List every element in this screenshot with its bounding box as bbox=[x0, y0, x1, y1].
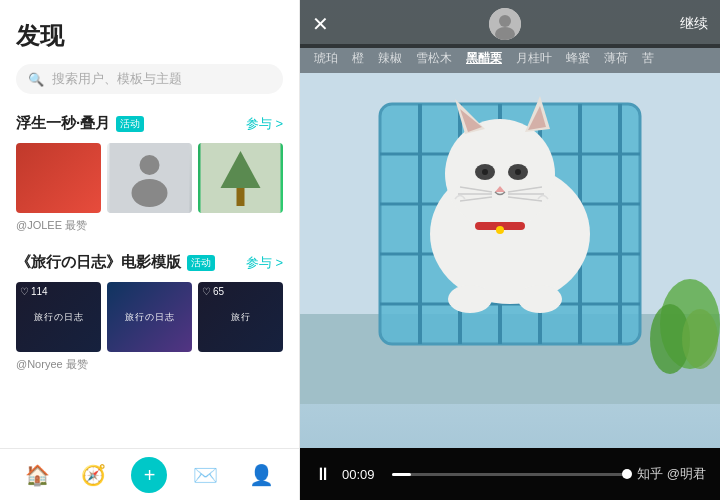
scent-tag-0[interactable]: 琥珀 bbox=[308, 50, 344, 67]
page-title: 发现 bbox=[16, 20, 283, 52]
search-icon: 🔍 bbox=[28, 72, 44, 87]
thumb-travel-0[interactable]: ♡ 114 旅行の日志 bbox=[16, 282, 101, 352]
author-travel: @Noryee 最赞 bbox=[16, 357, 283, 372]
thumb-floating-2[interactable] bbox=[198, 143, 283, 213]
travel-text-0: 旅行の日志 bbox=[34, 311, 84, 324]
svg-point-46 bbox=[682, 309, 718, 369]
nav-discover[interactable]: 🧭 bbox=[72, 453, 116, 497]
scent-tag-5[interactable]: 月桂叶 bbox=[510, 50, 558, 67]
travel-text-1: 旅行の日志 bbox=[125, 311, 175, 324]
svg-point-31 bbox=[482, 169, 488, 175]
svg-rect-5 bbox=[237, 188, 245, 206]
scent-tag-4[interactable]: 黑醋栗 bbox=[460, 50, 508, 67]
nav-home[interactable]: 🏠 bbox=[16, 453, 60, 497]
scent-tag-1[interactable]: 橙 bbox=[346, 50, 370, 67]
section-header-travel: 《旅行の日志》电影模版 活动 参与 > bbox=[16, 253, 283, 272]
close-button[interactable]: ✕ bbox=[312, 12, 329, 36]
like-count-2: 65 bbox=[213, 286, 224, 297]
svg-point-7 bbox=[499, 15, 511, 27]
pause-button[interactable]: ⏸ bbox=[314, 464, 332, 485]
section-title-wrap-travel: 《旅行の日志》电影模版 活动 bbox=[16, 253, 215, 272]
right-panel: ✕ 继续 琥珀 橙 辣椒 雪松木 黑醋栗 月桂叶 蜂蜜 薄荷 苦 bbox=[300, 0, 720, 500]
mail-icon: ✉️ bbox=[193, 463, 218, 487]
progress-bar[interactable] bbox=[392, 473, 627, 476]
scent-tag-6[interactable]: 蜂蜜 bbox=[560, 50, 596, 67]
svg-point-42 bbox=[448, 285, 492, 313]
svg-point-1 bbox=[140, 155, 160, 175]
avatar[interactable] bbox=[489, 8, 521, 40]
thumb-travel-2[interactable]: ♡ 65 旅行 bbox=[198, 282, 283, 352]
compass-icon: 🧭 bbox=[81, 463, 106, 487]
video-controls: ⏸ 00:09 知乎 @明君 bbox=[300, 448, 720, 500]
travel-text-2: 旅行 bbox=[231, 311, 251, 324]
time-display: 00:09 bbox=[342, 467, 382, 482]
heart-icon-2: ♡ bbox=[202, 286, 211, 297]
section-title-wrap: 浮生一秒·叠月 活动 bbox=[16, 114, 144, 133]
search-placeholder: 搜索用户、模板与主题 bbox=[52, 70, 182, 88]
nav-add[interactable]: + bbox=[127, 453, 171, 497]
plus-icon: + bbox=[144, 465, 156, 485]
thumb-floating-1[interactable] bbox=[107, 143, 192, 213]
continue-button[interactable]: 继续 bbox=[680, 15, 708, 33]
person-svg bbox=[107, 143, 192, 213]
progress-dot bbox=[622, 469, 632, 479]
scent-tag-7[interactable]: 薄荷 bbox=[598, 50, 634, 67]
section-header-floating: 浮生一秒·叠月 活动 参与 > bbox=[16, 114, 283, 133]
scent-strip: 琥珀 橙 辣椒 雪松木 黑醋栗 月桂叶 蜂蜜 薄荷 苦 bbox=[300, 44, 720, 73]
left-content: 浮生一秒·叠月 活动 参与 > bbox=[0, 104, 299, 448]
scent-tag-2[interactable]: 辣椒 bbox=[372, 50, 408, 67]
join-link-travel[interactable]: 参与 > bbox=[246, 254, 283, 272]
author-floating: @JOLEE 最赞 bbox=[16, 218, 283, 233]
svg-point-2 bbox=[132, 179, 168, 207]
avatar-svg bbox=[489, 8, 521, 40]
progress-fill bbox=[392, 473, 411, 476]
left-panel: 发现 🔍 搜索用户、模板与主题 浮生一秒·叠月 活动 参与 > bbox=[0, 0, 300, 500]
heart-icon-0: ♡ bbox=[20, 286, 29, 297]
activity-badge-floating: 活动 bbox=[116, 116, 144, 132]
nav-messages[interactable]: ✉️ bbox=[183, 453, 227, 497]
thumbnails-row-travel: ♡ 114 旅行の日志 旅行の日志 ♡ 65 旅行 bbox=[16, 282, 283, 352]
scent-tag-8[interactable]: 苦 bbox=[636, 50, 660, 67]
thumb-travel-1[interactable]: 旅行の日志 bbox=[107, 282, 192, 352]
scent-tag-3[interactable]: 雪松木 bbox=[410, 50, 458, 67]
tree-svg bbox=[198, 143, 283, 213]
search-bar[interactable]: 🔍 搜索用户、模板与主题 bbox=[16, 64, 283, 94]
like-badge-2: ♡ 65 bbox=[202, 286, 224, 297]
svg-point-24 bbox=[445, 119, 555, 229]
watermark: 知乎 @明君 bbox=[637, 465, 706, 483]
video-top-bar: ✕ 继续 bbox=[300, 0, 720, 48]
like-badge-0: ♡ 114 bbox=[20, 286, 48, 297]
thumbnails-row-floating bbox=[16, 143, 283, 213]
like-count-0: 114 bbox=[31, 286, 48, 297]
thumb-floating-0[interactable] bbox=[16, 143, 101, 213]
home-icon: 🏠 bbox=[25, 463, 50, 487]
user-icon: 👤 bbox=[249, 463, 274, 487]
activity-badge-travel: 活动 bbox=[187, 255, 215, 271]
add-circle: + bbox=[131, 457, 167, 493]
svg-point-41 bbox=[496, 226, 504, 234]
svg-point-32 bbox=[515, 169, 521, 175]
bottom-nav: 🏠 🧭 + ✉️ 👤 bbox=[0, 448, 299, 500]
section-title-floating: 浮生一秒·叠月 bbox=[16, 114, 110, 133]
nav-profile[interactable]: 👤 bbox=[239, 453, 283, 497]
section-title-travel: 《旅行の日志》电影模版 bbox=[16, 253, 181, 272]
section-floating: 浮生一秒·叠月 活动 参与 > bbox=[16, 114, 283, 233]
section-travel: 《旅行の日志》电影模版 活动 参与 > ♡ 114 旅行の日志 旅行の日志 bbox=[16, 253, 283, 372]
svg-point-43 bbox=[518, 285, 562, 313]
left-header: 发现 🔍 搜索用户、模板与主题 bbox=[0, 0, 299, 104]
join-link-floating[interactable]: 参与 > bbox=[246, 115, 283, 133]
